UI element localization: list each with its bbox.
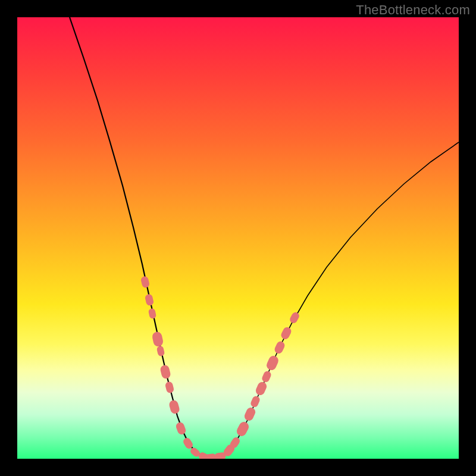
chart-frame: TheBottleneck.com: [0, 0, 476, 476]
watermark-text: TheBottleneck.com: [356, 2, 470, 18]
chart-background-gradient: [17, 17, 459, 459]
